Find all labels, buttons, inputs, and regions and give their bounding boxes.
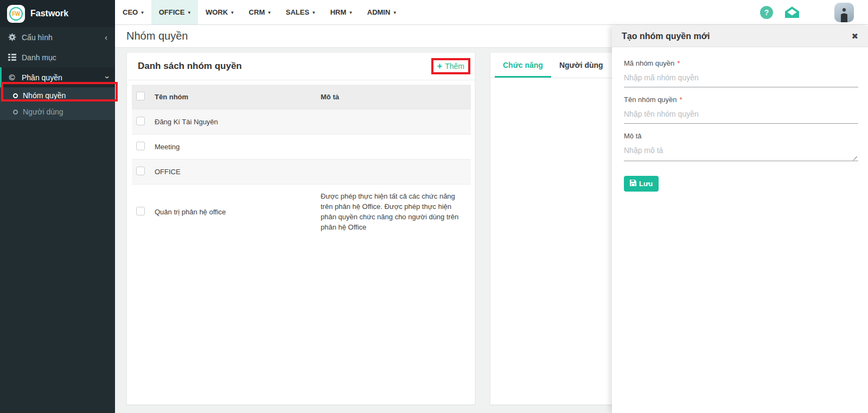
save-icon bbox=[630, 180, 636, 188]
sidebar-subitem-label: Người dùng bbox=[23, 107, 63, 116]
plus-icon: + bbox=[437, 62, 442, 71]
mail-icon[interactable] bbox=[785, 7, 799, 18]
tab-chuc-nang[interactable]: Chức năng bbox=[495, 53, 551, 78]
sidebar-item-label: Danh mục bbox=[22, 53, 56, 62]
column-header-name: Tên nhóm bbox=[150, 85, 316, 110]
field-group-ten-nhom-quyen: Tên nhóm quyền * bbox=[624, 96, 858, 124]
group-name-cell: Đăng Kí Tài Nguyên bbox=[150, 110, 316, 135]
group-desc-cell bbox=[316, 110, 471, 135]
required-mark: * bbox=[677, 59, 680, 67]
brand-name: Fastwork bbox=[30, 9, 68, 18]
group-description-textarea[interactable] bbox=[624, 145, 858, 161]
column-header-description: Mô tả bbox=[316, 85, 471, 110]
required-mark: * bbox=[680, 96, 682, 104]
top-navbar: CEO ▾ OFFICE ▾ WORK ▾ CRM ▾ SALES ▾ HRM … bbox=[115, 0, 868, 25]
caret-down-icon: ▾ bbox=[188, 10, 190, 15]
fastwork-logo-icon: FW bbox=[7, 5, 25, 23]
circle-icon bbox=[13, 110, 18, 115]
group-list-header: Danh sách nhóm quyền + Thêm bbox=[127, 53, 475, 80]
field-group-mo-ta: Mô tả bbox=[624, 132, 858, 163]
nav-item-admin[interactable]: ADMIN ▾ bbox=[360, 0, 404, 24]
list-icon bbox=[8, 54, 16, 61]
table-row[interactable]: OFFICE bbox=[132, 160, 471, 185]
caret-down-icon: ▾ bbox=[393, 10, 396, 15]
group-name-cell: Meeting bbox=[150, 135, 316, 160]
caret-down-icon: ▾ bbox=[141, 10, 144, 15]
caret-down-icon: ▾ bbox=[349, 10, 352, 15]
gear-icon bbox=[8, 33, 16, 41]
brand-header[interactable]: FW Fastwork bbox=[0, 0, 115, 27]
nav-item-office[interactable]: OFFICE ▾ bbox=[151, 0, 198, 24]
nav-item-crm[interactable]: CRM ▾ bbox=[241, 0, 278, 24]
add-group-button[interactable]: + Thêm bbox=[437, 62, 464, 71]
group-name-cell: Quản trị phân hệ office bbox=[150, 185, 316, 240]
select-all-checkbox[interactable] bbox=[136, 92, 145, 100]
table-row[interactable]: Meeting bbox=[132, 135, 471, 160]
nav-item-sales[interactable]: SALES ▾ bbox=[278, 0, 323, 24]
group-code-input[interactable] bbox=[624, 72, 858, 87]
sidebar-item-nhom-quyen[interactable]: Nhóm quyền bbox=[0, 87, 115, 104]
nav-item-work[interactable]: WORK ▾ bbox=[198, 0, 241, 24]
table-header-row: Tên nhóm Mô tả bbox=[132, 85, 471, 110]
user-avatar[interactable] bbox=[834, 3, 854, 22]
field-label: Mô tả bbox=[624, 132, 642, 140]
sidebar-item-cau-hinh[interactable]: Cấu hình ‹ bbox=[0, 27, 115, 47]
help-icon[interactable]: ? bbox=[760, 6, 773, 19]
group-table: Tên nhóm Mô tả Đăng Kí Tài Nguyên Meetin… bbox=[132, 85, 471, 239]
row-checkbox[interactable] bbox=[136, 167, 145, 175]
drawer-header: Tạo nhóm quyền mới ✖ bbox=[612, 26, 868, 47]
group-list-panel: Danh sách nhóm quyền + Thêm Tên nhóm Mô … bbox=[126, 52, 475, 405]
caret-down-icon: ▾ bbox=[268, 10, 271, 15]
field-group-ma-nhom-quyen: Mã nhóm quyền * bbox=[624, 59, 858, 87]
save-button[interactable]: Lưu bbox=[624, 176, 659, 192]
table-row[interactable]: Đăng Kí Tài Nguyên bbox=[132, 110, 471, 135]
sidebar-item-label: Cấu hình bbox=[22, 33, 53, 42]
field-label: Tên nhóm quyền bbox=[624, 96, 677, 104]
nav-item-hrm[interactable]: HRM ▾ bbox=[323, 0, 360, 24]
app-window: FW Fastwork Cấu hình ‹ bbox=[0, 0, 868, 413]
annotation-box-them: + Thêm bbox=[431, 58, 470, 74]
sidebar-item-phan-quyen[interactable]: © Phân quyền ‹ bbox=[0, 67, 115, 87]
field-label: Mã nhóm quyền bbox=[624, 59, 674, 67]
sidebar-submenu: Nhóm quyền Người dùng bbox=[0, 87, 115, 120]
row-checkbox[interactable] bbox=[136, 207, 145, 215]
row-checkbox[interactable] bbox=[136, 117, 145, 125]
circle-icon bbox=[13, 93, 18, 98]
page-title: Nhóm quyền bbox=[126, 30, 188, 42]
group-name-input[interactable] bbox=[624, 109, 858, 124]
sidebar-item-label: Phân quyền bbox=[22, 73, 62, 82]
navbar-right-icons: ? bbox=[760, 0, 868, 24]
nav-item-ceo[interactable]: CEO ▾ bbox=[115, 0, 151, 24]
caret-down-icon: ▾ bbox=[312, 10, 315, 15]
sidebar-item-danh-muc[interactable]: Danh mục bbox=[0, 47, 115, 67]
group-name-cell: OFFICE bbox=[150, 160, 316, 185]
sidebar: FW Fastwork Cấu hình ‹ bbox=[0, 0, 115, 413]
row-checkbox[interactable] bbox=[136, 142, 145, 150]
apps-grid-icon[interactable] bbox=[811, 7, 822, 18]
panel-title: Danh sách nhóm quyền bbox=[138, 61, 242, 72]
sidebar-item-nguoi-dung[interactable]: Người dùng bbox=[0, 104, 115, 120]
copyright-icon: © bbox=[8, 73, 16, 81]
create-group-drawer: Tạo nhóm quyền mới ✖ Mã nhóm quyền * Tên… bbox=[612, 26, 868, 413]
chevron-left-icon: ‹ bbox=[105, 33, 107, 42]
tab-nguoi-dung[interactable]: Người dùng bbox=[551, 53, 611, 78]
drawer-body: Mã nhóm quyền * Tên nhóm quyền * Mô tả bbox=[612, 47, 868, 192]
drawer-title: Tạo nhóm quyền mới bbox=[622, 31, 710, 41]
caret-down-icon: ▾ bbox=[231, 10, 234, 15]
chevron-down-icon: ‹ bbox=[101, 76, 111, 79]
sidebar-subitem-label: Nhóm quyền bbox=[23, 91, 66, 100]
close-icon[interactable]: ✖ bbox=[851, 31, 858, 41]
group-desc-cell bbox=[316, 135, 471, 160]
group-desc-cell bbox=[316, 160, 471, 185]
table-row[interactable]: Quản trị phân hệ office Được phép thực h… bbox=[132, 185, 471, 240]
group-desc-cell: Được phép thực hiện tất cả các chức năng… bbox=[316, 185, 471, 240]
